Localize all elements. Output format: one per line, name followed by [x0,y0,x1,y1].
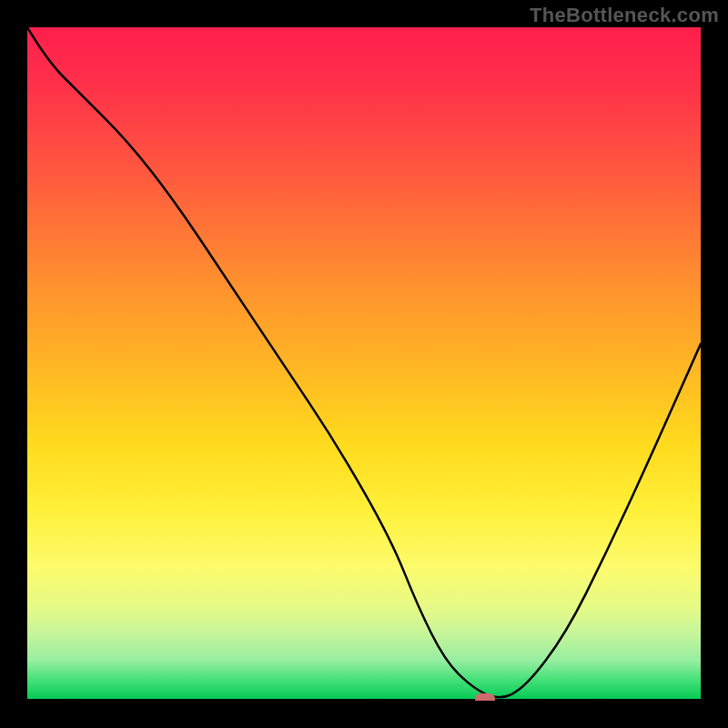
chart-frame: TheBottleneck.com [0,0,728,728]
watermark-text: TheBottleneck.com [530,4,719,27]
plot-area [27,27,701,701]
curve-layer [27,27,701,701]
bottleneck-curve [27,27,701,697]
optimal-marker [475,693,495,701]
